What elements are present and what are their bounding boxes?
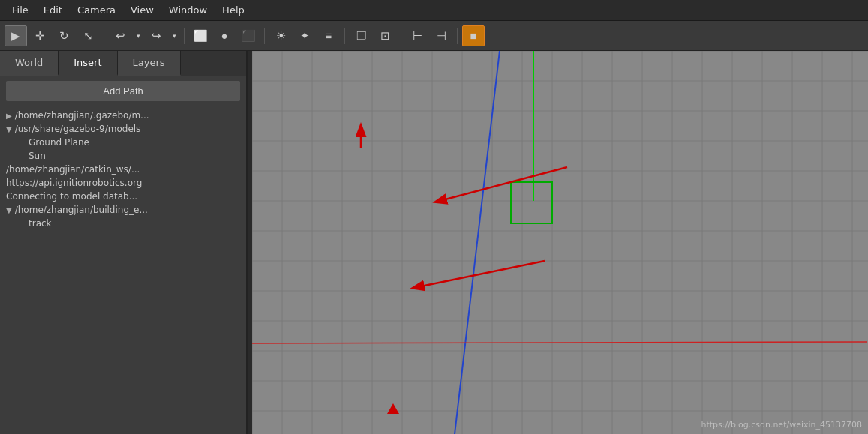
redo-button[interactable]: ↪ bbox=[145, 25, 167, 46]
align-right-button[interactable]: ⊣ bbox=[430, 25, 452, 46]
tree-item-item6[interactable]: https://api.ignitionrobotics.org bbox=[0, 176, 246, 190]
menu-help[interactable]: Help bbox=[215, 2, 252, 18]
menubar: File Edit Camera View Window Help bbox=[0, 0, 868, 21]
translate-tool-button[interactable]: ✛ bbox=[29, 25, 51, 46]
tree-label-item9: track bbox=[29, 218, 52, 229]
3d-viewport[interactable]: https://blog.csdn.net/weixin_45137708 bbox=[252, 51, 868, 434]
toolbar: ▶ ✛ ↻ ⤡ ↩ ▾ ↪ ▾ ⬜ ● ⬛ ☀ ✦ ≡ ❐ ⊡ ⊢ ⊣ ■ bbox=[0, 21, 868, 51]
tree-arrow-item2: ▼ bbox=[6, 125, 12, 133]
main-area: World Insert Layers Add Path ▶/home/zhan… bbox=[0, 51, 868, 434]
tree-label-item2: /usr/share/gazebo-9/models bbox=[15, 124, 141, 134]
sun-light-button[interactable]: ☀ bbox=[269, 25, 292, 46]
align-left-button[interactable]: ⊢ bbox=[406, 25, 428, 46]
tree-item-item7[interactable]: Connecting to model datab... bbox=[0, 190, 246, 203]
tree-item-item9[interactable]: track bbox=[0, 217, 246, 230]
tree-label-item1: /home/zhangjian/.gazebo/m... bbox=[15, 110, 149, 121]
tab-bar: World Insert Layers bbox=[0, 51, 246, 76]
grid-canvas bbox=[252, 51, 868, 434]
menu-camera[interactable]: Camera bbox=[70, 2, 123, 18]
tree-label-item4: Sun bbox=[29, 151, 46, 161]
tree-item-item2[interactable]: ▼/usr/share/gazebo-9/models bbox=[0, 122, 246, 136]
watermark: https://blog.csdn.net/weixin_45137708 bbox=[701, 420, 862, 430]
tree-label-item7: Connecting to model datab... bbox=[6, 191, 137, 202]
tree-arrow-item8: ▼ bbox=[6, 206, 12, 214]
sphere-shape-button[interactable]: ● bbox=[213, 25, 236, 46]
sep4 bbox=[344, 28, 345, 44]
tree-label-item3: Ground Plane bbox=[29, 137, 89, 148]
select-tool-button[interactable]: ▶ bbox=[5, 25, 27, 46]
add-path-button[interactable]: Add Path bbox=[6, 81, 240, 101]
tab-world[interactable]: World bbox=[0, 51, 59, 76]
tab-layers[interactable]: Layers bbox=[118, 51, 181, 76]
point-light-button[interactable]: ✦ bbox=[293, 25, 316, 46]
cylinder-shape-button[interactable]: ⬛ bbox=[237, 25, 260, 46]
sep2 bbox=[184, 28, 185, 44]
sep3 bbox=[264, 28, 265, 44]
undo-dropdown-button[interactable]: ▾ bbox=[133, 25, 143, 46]
paste-button[interactable]: ⊡ bbox=[374, 25, 396, 46]
tree-item-item5[interactable]: /home/zhangjian/catkin_ws/... bbox=[0, 163, 246, 176]
box-shape-button[interactable]: ⬜ bbox=[189, 25, 212, 46]
rotate-tool-button[interactable]: ↻ bbox=[53, 25, 75, 46]
tree-label-item6: https://api.ignitionrobotics.org bbox=[6, 178, 142, 188]
undo-button[interactable]: ↩ bbox=[109, 25, 131, 46]
sep5 bbox=[401, 28, 401, 44]
model-tree: ▶/home/zhangjian/.gazebo/m...▼/usr/share… bbox=[0, 106, 246, 434]
sep6 bbox=[457, 28, 458, 44]
tree-item-item1[interactable]: ▶/home/zhangjian/.gazebo/m... bbox=[0, 109, 246, 122]
left-panel: World Insert Layers Add Path ▶/home/zhan… bbox=[0, 51, 248, 434]
tree-item-item3[interactable]: Ground Plane bbox=[0, 136, 246, 149]
tree-item-item4[interactable]: Sun bbox=[0, 149, 246, 163]
scale-tool-button[interactable]: ⤡ bbox=[77, 25, 99, 46]
tab-insert[interactable]: Insert bbox=[59, 51, 117, 76]
line-tool-button[interactable]: ≡ bbox=[317, 25, 340, 46]
orange-button[interactable]: ■ bbox=[462, 25, 485, 46]
menu-window[interactable]: Window bbox=[161, 2, 215, 18]
tree-arrow-item1: ▶ bbox=[6, 112, 12, 120]
menu-file[interactable]: File bbox=[5, 2, 36, 18]
redo-dropdown-button[interactable]: ▾ bbox=[169, 25, 179, 46]
menu-view[interactable]: View bbox=[123, 2, 161, 18]
tree-label-item5: /home/zhangjian/catkin_ws/... bbox=[6, 164, 140, 175]
copy-button[interactable]: ❐ bbox=[350, 25, 372, 46]
menu-edit[interactable]: Edit bbox=[36, 2, 70, 18]
tree-item-item8[interactable]: ▼/home/zhangjian/building_e... bbox=[0, 203, 246, 217]
sep1 bbox=[104, 28, 104, 44]
tree-label-item8: /home/zhangjian/building_e... bbox=[15, 205, 148, 215]
